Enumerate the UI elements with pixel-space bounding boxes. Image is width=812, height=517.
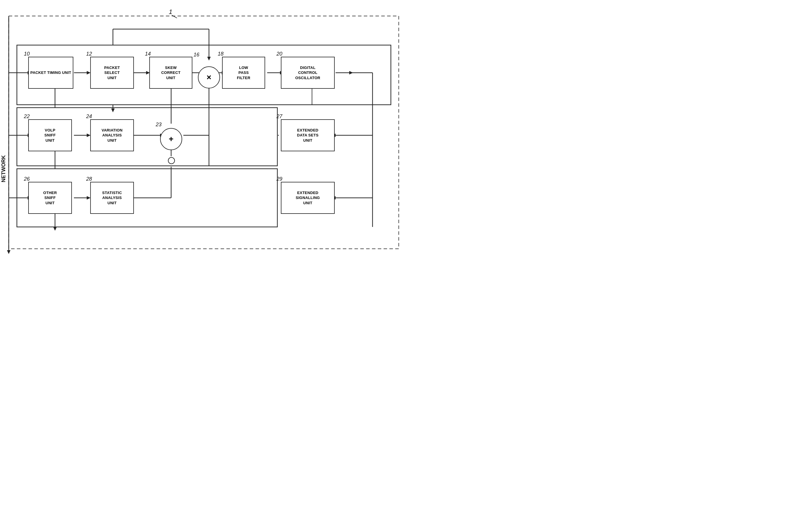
block-label-dco: DIGITALCONTROLOSCILLATOR <box>295 65 320 81</box>
ref-29: 29 <box>277 176 282 182</box>
ref-27: 27 <box>277 114 282 120</box>
block-other-sniff-unit: OTHERSNIFFUNIT <box>28 182 72 214</box>
block-label-other-sniff: OTHERSNIFFUNIT <box>44 190 57 206</box>
block-packet-timing-unit: PACKET TIMING UNIT <box>28 57 73 89</box>
ref-22: 22 <box>24 114 30 120</box>
network-label: NETWORK <box>1 155 6 182</box>
diagram-container: 1 NETWORK PACKET TIMING UNIT 10 PACKETSE… <box>0 0 406 258</box>
block-label-volp: VOLPSNIFFUNIT <box>45 128 56 143</box>
block-label-psu: PACKETSELECTUNIT <box>104 65 120 81</box>
ref-20: 20 <box>277 51 282 57</box>
ref-12: 12 <box>86 51 92 57</box>
circle-adder: + <box>160 128 182 150</box>
circle-junction <box>168 157 175 164</box>
block-extended-signalling-unit: EXTENDEDSIGNALLINGUNIT <box>281 182 335 214</box>
block-label-lpf: LOWPASSFILTER <box>237 65 250 81</box>
block-label-ptu: PACKET TIMING UNIT <box>30 70 71 75</box>
svg-marker-36 <box>207 57 211 61</box>
block-variation-analysis-unit: VARIATIONANALYSISUNIT <box>90 119 134 151</box>
block-low-pass-filter: LOWPASSFILTER <box>222 57 265 89</box>
block-statistic-analysis-unit: STATISTICANALYSISUNIT <box>90 182 134 214</box>
block-skew-correct-unit: SKEWCORRECTUNIT <box>149 57 192 89</box>
svg-marker-7 <box>7 250 10 254</box>
svg-marker-46 <box>53 227 57 231</box>
block-packet-select-unit: PACKETSELECTUNIT <box>90 57 134 89</box>
ref-1: 1 <box>169 8 172 16</box>
ref-16: 16 <box>194 52 199 58</box>
block-label-vau: VARIATIONANALYSISUNIT <box>102 128 122 143</box>
ref-28: 28 <box>86 176 92 182</box>
block-extended-data-sets-unit: EXTENDEDDATA SETSUNIT <box>281 119 335 151</box>
block-digital-control-oscillator: DIGITALCONTROLOSCILLATOR <box>281 57 335 89</box>
ref-18: 18 <box>218 51 224 57</box>
block-label-esgu: EXTENDEDSIGNALLINGUNIT <box>296 190 320 206</box>
block-label-sau: STATISTICANALYSISUNIT <box>102 190 122 206</box>
ref-26: 26 <box>24 176 30 182</box>
ref-10: 10 <box>24 51 30 57</box>
block-volp-sniff-unit: VOLPSNIFFUNIT <box>28 119 72 151</box>
block-label-edsu: EXTENDEDDATA SETSUNIT <box>297 128 319 143</box>
ref-14: 14 <box>145 51 151 57</box>
svg-line-58 <box>172 15 177 18</box>
block-label-scu: SKEWCORRECTUNIT <box>161 65 180 81</box>
svg-marker-28 <box>111 109 115 112</box>
ref-23: 23 <box>156 122 162 128</box>
ref-24: 24 <box>86 114 92 120</box>
circle-multiplier: × <box>198 66 220 88</box>
